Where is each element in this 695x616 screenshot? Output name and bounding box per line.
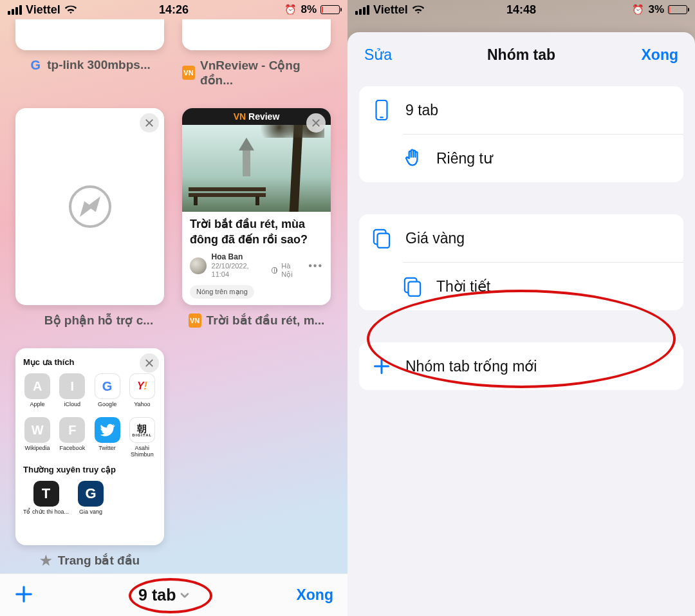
apple-favicon-icon — [26, 314, 39, 327]
carrier-label: Viettel — [26, 3, 60, 17]
status-bar: Viettel 14:48 ⏰ 3% — [348, 0, 695, 19]
battery-icon — [668, 5, 687, 14]
favorite-item[interactable]: I iCloud — [58, 373, 86, 413]
row-tab-group[interactable]: Thời tiết — [403, 262, 683, 310]
favorite-label: Google — [98, 402, 116, 413]
close-tab-button[interactable] — [140, 353, 159, 373]
favorite-item[interactable]: G Google — [93, 373, 122, 413]
tab-overview-toolbar: 9 tab Xong — [0, 574, 348, 616]
svg-rect-1 — [380, 117, 384, 118]
google-icon: G — [95, 373, 120, 399]
clock-label: 14:48 — [506, 3, 536, 17]
favorite-item[interactable]: 朝DIGITAL Asahi Shimbun — [128, 417, 156, 458]
star-favicon-icon: ★ — [40, 554, 53, 567]
phone-right-tab-groups-sheet: Viettel 14:48 ⏰ 3% Sửa Nhóm tab Xong 9 t… — [348, 0, 695, 616]
tab-card[interactable]: VN VnReview - Cộng đồn... — [182, 19, 331, 88]
stack-icon — [372, 227, 391, 249]
tab-groups-dropdown-button[interactable]: 9 tab — [138, 586, 191, 604]
wifi-icon — [64, 5, 77, 14]
signal-icon — [355, 5, 369, 15]
favorites-heading: Mục ưa thích — [23, 357, 156, 367]
new-tab-button[interactable] — [14, 584, 33, 606]
frequent-label: Tổ chức thi hoa... — [23, 509, 69, 521]
row-label: Riêng tư — [436, 150, 493, 167]
frequent-item[interactable]: G Gia vang — [78, 481, 104, 521]
favorite-icon: F — [59, 417, 85, 443]
author-avatar-icon — [190, 257, 207, 274]
alarm-icon: ⏰ — [284, 4, 297, 15]
article-title: Trời bắt đầu rét, mùa đông đã đến rồi sa… — [190, 217, 323, 247]
carrier-label: Viettel — [373, 3, 408, 17]
favorite-label: iCloud — [64, 402, 81, 413]
favorite-icon: I — [59, 373, 85, 399]
tab-count-label: 9 tab — [138, 586, 176, 604]
favorite-label: Yahoo — [134, 402, 150, 413]
alarm-icon: ⏰ — [632, 4, 644, 15]
sheet-title: Nhóm tab — [487, 46, 555, 64]
favorite-item[interactable]: F Facebook — [58, 417, 86, 458]
edit-button[interactable]: Sửa — [364, 46, 392, 64]
list-group-main: 9 tab Riêng tư — [359, 86, 683, 182]
favorite-label: Wikipedia — [25, 445, 50, 457]
battery-icon — [320, 5, 340, 14]
tab-title: Trang bắt đầu — [58, 553, 140, 568]
plus-icon — [372, 355, 391, 377]
tab-card[interactable]: VN Review Trời bắt đầu rét, mùa đông đã … — [182, 108, 331, 328]
list-group-user-groups: Giá vàng Thời tiết — [359, 214, 683, 310]
status-bar: Viettel 14:26 ⏰ 8% — [0, 0, 348, 19]
favorite-label: Twitter — [98, 445, 116, 457]
article-hero-image — [182, 125, 331, 212]
author-name: Hoa Ban — [212, 252, 304, 261]
svg-rect-5 — [408, 282, 420, 296]
favorite-item[interactable]: A Apple — [23, 373, 51, 413]
row-all-tabs[interactable]: 9 tab — [359, 86, 683, 134]
globe-icon — [272, 267, 278, 274]
tab-card-start-page[interactable]: Mục ưa thích A Apple I iCloud G Google — [15, 348, 164, 568]
row-private[interactable]: Riêng tư — [403, 134, 683, 182]
list-group-new: Nhóm tab trống mới — [359, 342, 683, 390]
favorite-icon: A — [24, 373, 50, 399]
favorite-icon: W — [24, 417, 50, 443]
favorite-label: Facebook — [60, 445, 86, 457]
row-label: Giá vàng — [405, 230, 465, 247]
favorite-label: Asahi Shimbun — [128, 445, 156, 458]
article-tag: Nóng trên mạng — [190, 285, 254, 299]
done-button[interactable]: Xong — [296, 586, 333, 604]
close-tab-button[interactable] — [306, 113, 326, 133]
tab-card[interactable]: G tp-link 300mbps... — [15, 19, 164, 88]
tab-title: Trời bắt đầu rét, m... — [207, 313, 325, 328]
row-tab-group[interactable]: Giá vàng — [359, 214, 683, 262]
tab-grid[interactable]: G tp-link 300mbps... VN VnReview - Cộng … — [0, 19, 348, 573]
done-button[interactable]: Xong — [642, 46, 679, 64]
yahoo-icon: Y! — [129, 373, 155, 399]
frequent-heading: Thường xuyên truy cập — [23, 465, 156, 474]
favorite-item[interactable]: Twitter — [93, 417, 122, 458]
battery-text: 3% — [648, 3, 664, 16]
close-tab-button[interactable] — [140, 113, 159, 133]
article-datetime: 22/10/2022, 11:04 — [212, 262, 268, 279]
battery-text: 8% — [301, 3, 317, 16]
row-label: Thời tiết — [436, 278, 490, 295]
more-icon[interactable]: ••• — [308, 260, 323, 272]
favorite-item[interactable]: W Wikipedia — [23, 417, 51, 458]
frequent-icon: T — [33, 481, 59, 507]
vnreview-favicon-icon: VN — [189, 314, 201, 327]
tab-card[interactable]: Bộ phận hỗ trợ c... — [15, 108, 164, 328]
hand-icon — [403, 147, 422, 169]
chevron-down-icon — [178, 589, 191, 602]
favorite-item[interactable]: Y! Yahoo — [128, 373, 156, 413]
vnreview-favicon-icon: VN — [182, 66, 195, 79]
tab-title: tp-link 300mbps... — [47, 58, 150, 72]
row-label: 9 tab — [405, 102, 438, 119]
frequent-icon: G — [78, 481, 104, 507]
svg-rect-3 — [377, 234, 389, 248]
frequent-label: Gia vang — [79, 509, 102, 521]
row-new-empty-group[interactable]: Nhóm tab trống mới — [359, 342, 683, 390]
clock-label: 14:26 — [159, 3, 189, 17]
favorites-grid: A Apple I iCloud G Google Y! — [23, 373, 156, 458]
row-label: Nhóm tab trống mới — [405, 358, 537, 375]
article-location: Hà Nội — [281, 262, 303, 279]
asahi-icon: 朝DIGITAL — [129, 417, 155, 443]
tab-title: VnReview - Cộng đồn... — [200, 58, 331, 88]
frequent-item[interactable]: T Tổ chức thi hoa... — [23, 481, 69, 521]
